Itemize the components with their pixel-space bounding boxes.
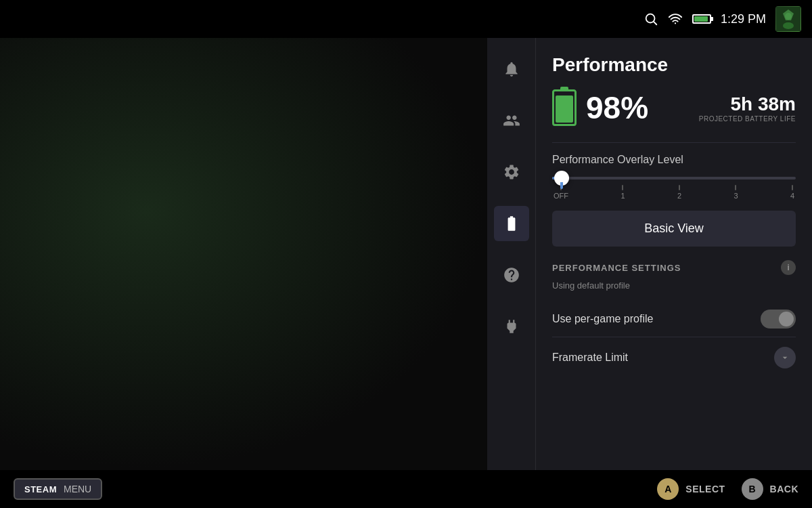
avatar[interactable] — [775, 6, 801, 32]
slider-ticks: OFF 1 2 3 4 — [552, 185, 796, 200]
battery-percentage: 98% — [586, 92, 648, 123]
menu-label: MENU — [64, 484, 91, 494]
search-icon — [644, 12, 658, 26]
per-game-profile-row: Use per-game profile — [552, 301, 796, 337]
info-icon[interactable]: i — [781, 260, 796, 275]
select-action[interactable]: A SELECT — [657, 478, 725, 500]
select-label: SELECT — [685, 484, 725, 494]
battery-fill-bar — [556, 96, 573, 123]
broadcast-icon — [668, 12, 683, 26]
tick-label: 2 — [677, 192, 681, 200]
performance-panel: Performance 98% 5h 38m PROJECTED BATTERY… — [536, 38, 812, 470]
page-title: Performance — [552, 54, 796, 76]
battery-section: 98% 5h 38m PROJECTED BATTERY LIFE — [552, 89, 796, 126]
tick-2: 2 — [677, 185, 681, 200]
battery-left: 98% — [552, 89, 648, 126]
tick-1: 1 — [621, 185, 625, 200]
framerate-limit-row: Framerate Limit — [552, 337, 796, 378]
tick-mark — [679, 185, 680, 190]
battery-right: 5h 38m PROJECTED BATTERY LIFE — [699, 93, 796, 123]
sidebar-item-performance[interactable] — [494, 206, 529, 241]
top-bar: 1:29 PM — [0, 0, 812, 38]
framerate-limit-value[interactable] — [774, 347, 796, 368]
clock: 1:29 PM — [721, 12, 766, 26]
svg-point-2 — [675, 22, 676, 24]
sidebar-item-friends[interactable] — [494, 103, 529, 138]
basic-view-button[interactable]: Basic View — [552, 211, 796, 247]
tick-4: 4 — [790, 185, 794, 200]
tick-mark — [622, 185, 623, 190]
tick-label: 3 — [734, 192, 738, 200]
steam-label: STEAM — [24, 484, 57, 494]
default-profile-text: Using default profile — [552, 280, 796, 291]
slider-track — [552, 177, 796, 179]
bottom-bar: STEAM MENU A SELECT B BACK — [0, 470, 812, 508]
svg-point-5 — [783, 22, 794, 29]
perf-settings-title: PERFORMANCE SETTINGS — [552, 263, 681, 273]
status-icons: 1:29 PM — [644, 6, 801, 32]
game-background — [0, 38, 487, 470]
perf-settings-header: PERFORMANCE SETTINGS i — [552, 260, 796, 275]
game-area — [0, 38, 487, 470]
sidebar-nav — [487, 38, 536, 470]
sidebar-item-notifications[interactable] — [494, 51, 529, 87]
svg-line-1 — [654, 22, 656, 24]
sidebar-item-help[interactable] — [494, 257, 529, 293]
slider-thumb-indicator — [560, 182, 563, 189]
per-game-profile-toggle[interactable] — [761, 310, 796, 329]
sidebar-item-power[interactable] — [494, 309, 529, 344]
back-label: BACK — [770, 484, 798, 494]
bottom-right-actions: A SELECT B BACK — [657, 478, 798, 500]
battery-icon-large — [552, 89, 577, 126]
framerate-limit-label: Framerate Limit — [552, 352, 628, 364]
b-button[interactable]: B — [742, 478, 763, 500]
back-action[interactable]: B BACK — [742, 478, 798, 500]
overlay-level-label: Performance Overlay Level — [552, 154, 796, 166]
toggle-thumb — [779, 312, 794, 326]
sidebar-item-settings[interactable] — [494, 154, 529, 190]
projected-battery-label: PROJECTED BATTERY LIFE — [699, 115, 796, 123]
tick-label: OFF — [554, 192, 568, 200]
tick-label: 4 — [790, 192, 794, 200]
divider-1 — [552, 142, 796, 143]
tick-mark — [792, 185, 793, 190]
tick-3: 3 — [734, 185, 738, 200]
tick-mark — [735, 185, 736, 190]
steam-menu-button[interactable]: STEAM MENU — [14, 478, 102, 500]
per-game-profile-label: Use per-game profile — [552, 313, 653, 325]
a-button[interactable]: A — [657, 478, 679, 500]
battery-time: 5h 38m — [699, 93, 796, 115]
overlay-slider-container[interactable] — [552, 177, 796, 179]
battery-status-icon — [692, 14, 711, 24]
tick-label: 1 — [621, 192, 625, 200]
